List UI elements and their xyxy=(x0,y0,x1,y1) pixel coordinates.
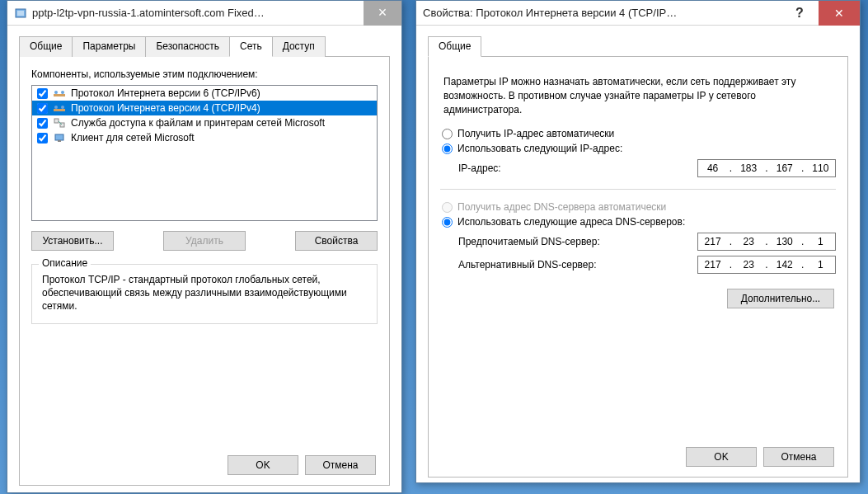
ip-octet[interactable]: 23 xyxy=(736,236,761,247)
radio-label: Получить адрес DNS-сервера автоматически xyxy=(457,201,666,213)
svg-point-9 xyxy=(61,106,64,109)
ip-octet[interactable]: 110 xyxy=(808,162,833,174)
protocol-icon xyxy=(53,87,66,99)
item-label: Клиент для сетей Microsoft xyxy=(71,132,195,143)
tab-general[interactable]: Общие xyxy=(428,36,481,57)
help-button[interactable]: ? xyxy=(781,1,819,26)
item-label: Протокол Интернета версии 4 (TCP/IPv4) xyxy=(71,102,260,114)
dns-auto-radio-row: Получить адрес DNS-сервера автоматически xyxy=(442,201,836,213)
dns1-label: Предпочитаемый DNS-сервер: xyxy=(458,236,697,247)
info-text: Параметры IP можно назначать автоматичес… xyxy=(443,75,833,116)
tab-panel: Параметры IP можно назначать автоматичес… xyxy=(428,57,848,478)
dialog-footer: OK Отмена xyxy=(686,447,834,467)
ip-octet[interactable]: 130 xyxy=(772,236,797,247)
ipv4-properties-window: Свойства: Протокол Интернета версии 4 (T… xyxy=(415,0,861,483)
tab-network[interactable]: Сеть xyxy=(229,36,273,57)
cancel-button[interactable]: Отмена xyxy=(305,455,376,475)
svg-point-8 xyxy=(54,106,58,109)
ip-auto-radio[interactable] xyxy=(442,129,453,139)
tabs: Общие Параметры Безопасность Сеть Доступ xyxy=(19,35,390,57)
svg-point-5 xyxy=(54,91,58,94)
radio-label: Использовать следующие адреса DNS-сервер… xyxy=(457,216,685,228)
dns-auto-radio xyxy=(442,202,453,213)
dns-manual-radio-row[interactable]: Использовать следующие адреса DNS-сервер… xyxy=(442,216,836,228)
ip-octet[interactable]: 142 xyxy=(772,259,797,271)
ip-address-row: IP-адрес: 46. 183. 167. 110 xyxy=(458,159,836,177)
window-title: pptp-l2tp-vpn-russia-1.atomintersoft.com… xyxy=(32,7,364,19)
separator xyxy=(440,189,836,190)
properties-button[interactable]: Свойства xyxy=(295,231,378,251)
tab-access[interactable]: Доступ xyxy=(272,36,326,57)
tab-security[interactable]: Безопасность xyxy=(145,36,230,57)
radio-label: Использовать следующий IP-адрес: xyxy=(457,143,622,154)
svg-rect-4 xyxy=(54,94,65,96)
svg-rect-10 xyxy=(54,119,59,123)
ip-auto-radio-row[interactable]: Получить IP-адрес автоматически xyxy=(442,128,836,139)
tabs: Общие xyxy=(428,35,848,57)
ip-octet[interactable]: 23 xyxy=(736,259,761,271)
advanced-button[interactable]: Дополнительно... xyxy=(727,289,834,308)
remove-button: Удалить xyxy=(163,231,246,251)
tab-general[interactable]: Общие xyxy=(19,36,73,57)
description-legend: Описание xyxy=(39,257,91,269)
ip-octet[interactable]: 217 xyxy=(701,259,725,271)
list-item[interactable]: Протокол Интернета версии 6 (TCP/IPv6) xyxy=(32,86,377,101)
titlebar[interactable]: pptp-l2tp-vpn-russia-1.atomintersoft.com… xyxy=(7,1,401,26)
ok-button[interactable]: OK xyxy=(686,447,757,467)
svg-rect-7 xyxy=(54,109,65,111)
tab-panel: Компоненты, используемые этим подключени… xyxy=(19,57,390,486)
ip-address-input[interactable]: 46. 183. 167. 110 xyxy=(697,159,836,177)
dns-manual-radio[interactable] xyxy=(442,217,453,228)
components-label: Компоненты, используемые этим подключени… xyxy=(31,68,378,80)
titlebar[interactable]: Свойства: Протокол Интернета версии 4 (T… xyxy=(416,1,860,26)
connection-icon xyxy=(14,7,27,20)
ip-octet[interactable]: 183 xyxy=(736,162,761,174)
client-icon xyxy=(53,132,66,143)
advanced-row: Дополнительно... xyxy=(440,289,834,308)
window-body: Общие Параметры IP можно назначать автом… xyxy=(416,26,860,487)
close-button[interactable]: × xyxy=(364,1,401,26)
dialog-footer: OK Отмена xyxy=(228,455,376,475)
cancel-button[interactable]: Отмена xyxy=(763,447,834,467)
tab-parameters[interactable]: Параметры xyxy=(72,36,146,57)
svg-point-6 xyxy=(61,91,64,94)
window-controls: × xyxy=(364,1,401,26)
description-group: Описание Протокол TCP/IP - стандартный п… xyxy=(31,264,378,324)
ok-button[interactable]: OK xyxy=(228,455,298,475)
protocol-icon xyxy=(53,102,66,114)
list-item[interactable]: Протокол Интернета версии 4 (TCP/IPv4) xyxy=(32,101,377,115)
svg-rect-14 xyxy=(58,140,61,142)
ip-address-label: IP-адрес: xyxy=(458,162,697,174)
ip-octet[interactable]: 46 xyxy=(701,162,725,174)
button-row: Установить... Удалить Свойства xyxy=(31,231,378,251)
description-text: Протокол TCP/IP - стандартный протокол г… xyxy=(42,273,367,313)
list-item[interactable]: Клиент для сетей Microsoft xyxy=(32,130,377,145)
ip-octet[interactable]: 217 xyxy=(701,236,725,247)
window-title: Свойства: Протокол Интернета версии 4 (T… xyxy=(423,7,781,19)
item-checkbox[interactable] xyxy=(37,133,48,143)
item-checkbox[interactable] xyxy=(37,103,48,114)
window-controls: ? ✕ xyxy=(781,1,860,26)
ip-octet[interactable]: 1 xyxy=(808,236,833,247)
radio-label: Получить IP-адрес автоматически xyxy=(457,128,614,139)
ip-octet[interactable]: 1 xyxy=(808,259,833,271)
service-icon xyxy=(53,117,66,129)
item-label: Служба доступа к файлам и принтерам сете… xyxy=(71,117,325,129)
dns2-row: Альтернативный DNS-сервер: 217. 23. 142.… xyxy=(458,256,836,274)
connection-properties-window: pptp-l2tp-vpn-russia-1.atomintersoft.com… xyxy=(7,0,402,493)
list-item[interactable]: Служба доступа к файлам и принтерам сете… xyxy=(32,115,377,130)
dns1-row: Предпочитаемый DNS-сервер: 217. 23. 130.… xyxy=(458,233,836,251)
ip-manual-radio-row[interactable]: Использовать следующий IP-адрес: xyxy=(442,143,836,154)
item-checkbox[interactable] xyxy=(37,118,48,129)
dns2-label: Альтернативный DNS-сервер: xyxy=(458,259,697,271)
dns1-input[interactable]: 217. 23. 130. 1 xyxy=(697,233,836,251)
window-body: Общие Параметры Безопасность Сеть Доступ… xyxy=(7,26,401,494)
ip-manual-radio[interactable] xyxy=(442,143,453,154)
dns2-input[interactable]: 217. 23. 142. 1 xyxy=(697,256,836,274)
components-listbox[interactable]: Протокол Интернета версии 6 (TCP/IPv6) П… xyxy=(31,85,378,221)
install-button[interactable]: Установить... xyxy=(31,231,114,251)
item-checkbox[interactable] xyxy=(37,88,48,99)
ip-octet[interactable]: 167 xyxy=(772,162,797,174)
item-label: Протокол Интернета версии 6 (TCP/IPv6) xyxy=(71,87,260,99)
close-button[interactable]: ✕ xyxy=(819,1,860,26)
